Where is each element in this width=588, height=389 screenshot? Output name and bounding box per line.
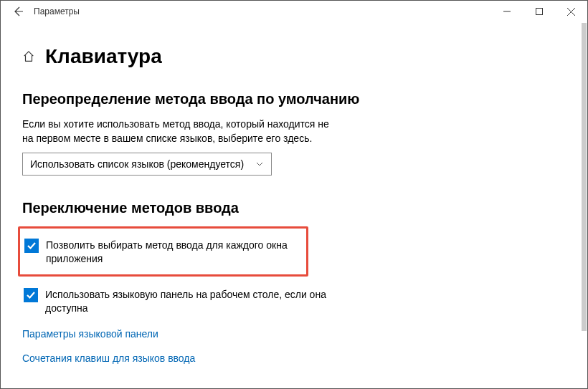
minimize-icon bbox=[503, 8, 511, 15]
checkbox-per-window[interactable] bbox=[24, 239, 39, 253]
vertical-scrollbar[interactable] bbox=[582, 23, 587, 331]
default-input-method-combo[interactable]: Использовать список языков (рекомендуетс… bbox=[22, 153, 272, 176]
minimize-button[interactable] bbox=[490, 1, 523, 22]
checkbox-per-window-label: Позволить выбирать метод ввода для каждо… bbox=[46, 239, 300, 266]
content-area: Клавиатура Переопределение метода ввода … bbox=[1, 22, 587, 364]
checkbox-language-bar[interactable] bbox=[24, 288, 38, 302]
maximize-icon bbox=[536, 8, 543, 15]
combo-value: Использовать список языков (рекомендуетс… bbox=[30, 158, 244, 170]
page-title: Клавиатура bbox=[45, 45, 162, 68]
section-switching-title: Переключение методов ввода bbox=[22, 200, 566, 216]
window-controls bbox=[490, 1, 587, 22]
language-bar-options-link[interactable]: Параметры языковой панели bbox=[22, 328, 566, 340]
titlebar: Параметры bbox=[1, 1, 587, 22]
window-title: Параметры bbox=[34, 6, 80, 16]
back-button[interactable] bbox=[6, 1, 29, 22]
checkmark-icon bbox=[27, 241, 37, 251]
checkbox-per-window-row: Позволить выбирать метод ввода для каждо… bbox=[18, 226, 308, 277]
close-icon bbox=[567, 8, 575, 16]
checkmark-icon bbox=[26, 290, 36, 300]
checkbox-language-bar-row: Использовать языковую панель на рабочем … bbox=[22, 284, 331, 320]
chevron-down-icon bbox=[255, 160, 264, 168]
close-button[interactable] bbox=[555, 1, 587, 22]
svg-rect-1 bbox=[536, 9, 542, 15]
arrow-left-icon bbox=[12, 6, 24, 17]
page-header: Клавиатура bbox=[22, 45, 566, 68]
maximize-button[interactable] bbox=[523, 1, 555, 22]
input-hotkeys-link[interactable]: Сочетания клавиш для языков ввода bbox=[22, 352, 566, 364]
section-override-description: Если вы хотите использовать метод ввода,… bbox=[22, 117, 331, 145]
checkbox-language-bar-label: Использовать языковую панель на рабочем … bbox=[45, 288, 329, 315]
home-icon[interactable] bbox=[22, 50, 35, 63]
section-override-title: Переопределение метода ввода по умолчани… bbox=[22, 91, 566, 107]
